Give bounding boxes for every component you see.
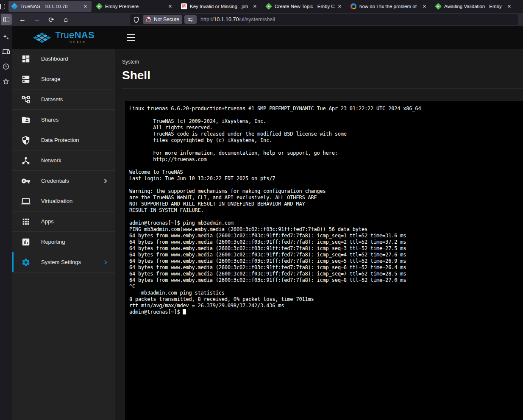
tab-close-icon[interactable]: ✕ xyxy=(421,3,428,10)
sidebar-item-label: Virtualization xyxy=(41,198,72,204)
credentials-icon xyxy=(21,176,31,186)
sidebar-item-datasets[interactable]: Datasets xyxy=(12,89,115,110)
tracking-shield-icon[interactable] xyxy=(133,17,139,23)
sidebar-toggle-icon xyxy=(3,17,9,22)
terminal-line: All rights reserved. xyxy=(129,125,520,131)
terminal-cursor xyxy=(183,309,186,314)
terminal-line: Last login: Tue Jun 10 13:20:22 EDT 2025… xyxy=(129,175,520,182)
terminal-line: 64 bytes from www.emby.media (2600:3c02:… xyxy=(129,252,520,258)
forward-button[interactable]: → xyxy=(31,14,42,25)
terminal-line: For more information, documentation, hel… xyxy=(129,150,520,156)
permissions-icon xyxy=(187,17,194,23)
sidebar-item-shares[interactable]: Shares xyxy=(12,110,115,130)
terminal-output: Linux truenas 6.6.20-production+truenas … xyxy=(129,106,520,309)
sidebar-item-label: Credentials xyxy=(41,178,69,184)
terminal-line: Warning: the supported mechanisms for ma… xyxy=(129,188,520,195)
page-content: System Shell Linux truenas 6.6.20-produc… xyxy=(115,49,523,420)
synced-tabs-icon[interactable] xyxy=(2,48,10,56)
browser-tab[interactable]: Emby Premiere ✕ xyxy=(93,1,176,12)
chevron-right-icon xyxy=(101,258,110,267)
sidebar-item-network[interactable]: Network xyxy=(12,150,115,171)
history-icon[interactable] xyxy=(2,63,10,70)
google-favicon-icon xyxy=(351,3,356,9)
not-secure-label: Not Secure xyxy=(154,17,179,22)
terminal-line xyxy=(129,112,520,118)
terminal-line xyxy=(129,144,520,150)
truenas-logo xyxy=(32,30,52,46)
emby-favicon-icon xyxy=(435,3,442,10)
tab-title: Key Invalid or Missing - joh xyxy=(190,4,250,9)
not-secure-badge[interactable]: Not Secure xyxy=(143,15,182,24)
terminal-line: TrueNAS (c) 2009-2024, iXsystems, Inc. xyxy=(129,118,520,125)
tab-title: how do I fix the problem of xyxy=(359,4,420,9)
terminal-line: 64 bytes from www.emby.media (2600:3c02:… xyxy=(129,258,520,264)
sidebar-item-dashboard[interactable]: Dashboard xyxy=(12,49,115,69)
sidebar-item-label: System Settings xyxy=(41,259,81,265)
hamburger-icon xyxy=(127,34,135,36)
ai-chat-icon[interactable] xyxy=(2,33,10,41)
browser-toolbar: ← → ⟳ ⌂ Not Secure http://10.1.10.70/ui/… xyxy=(0,13,523,26)
terminal-prompt-line: admin@truenas[~]$ xyxy=(129,309,520,315)
url-text: http://10.1.10.70/ui/system/shell xyxy=(200,17,275,22)
app-sidebar: Dashboard Storage Datasets Shares Data P… xyxy=(12,49,115,420)
brand-name: TrueNAS xyxy=(55,31,95,39)
sidebar-item-reporting[interactable]: Reporting xyxy=(12,232,115,252)
terminal-line: Linux truenas 6.6.20-production+truenas … xyxy=(129,106,520,112)
terminal-line: NOT SUPPORTED AND WILL RESULT IN UNDEFIN… xyxy=(129,201,520,207)
address-bar[interactable]: Not Secure http://10.1.10.70/ui/system/s… xyxy=(130,14,518,25)
tab-close-icon[interactable]: ✕ xyxy=(82,3,89,10)
terminal-line: ^C xyxy=(129,284,520,290)
tab-strip: TrueNAS - 10.1.10.70 ✕ Emby Premiere ✕ M… xyxy=(8,0,517,13)
terminal-line: --- mb3admin.com ping statistics --- xyxy=(129,290,520,296)
browser-tab[interactable]: how do I fix the problem of ✕ xyxy=(348,1,431,12)
home-icon: ⌂ xyxy=(64,16,68,23)
menu-toggle-button[interactable] xyxy=(125,33,137,43)
reload-button[interactable]: ⟳ xyxy=(46,14,57,25)
sidebar-toggle-button[interactable] xyxy=(1,14,12,25)
terminal-line: admin@truenas[~]$ ping mb3admin.com xyxy=(129,220,520,226)
sidebar-item-label: Reporting xyxy=(41,239,65,245)
broken-lock-icon xyxy=(146,17,151,22)
tab-close-icon[interactable]: ✕ xyxy=(167,3,173,10)
tab-close-icon[interactable]: ✕ xyxy=(506,3,512,10)
tab-title: Create New Topic - Emby C xyxy=(275,4,335,9)
browser-tab[interactable]: Awaiting Validation - Emby ✕ xyxy=(432,1,515,12)
sidebar-item-data-protection[interactable]: Data Protection xyxy=(12,130,115,150)
terminal-line xyxy=(129,163,520,169)
sidebar-item-storage[interactable]: Storage xyxy=(12,69,115,89)
dashboard-icon xyxy=(21,54,31,64)
page-title: Shell xyxy=(122,69,523,82)
terminal-line: 64 bytes from www.emby.media (2600:3c02:… xyxy=(129,233,520,239)
tab-close-icon[interactable]: ✕ xyxy=(337,3,343,10)
reload-icon: ⟳ xyxy=(48,16,54,24)
browser-tab[interactable]: TrueNAS - 10.1.10.70 ✕ xyxy=(8,1,92,12)
back-button[interactable]: ← xyxy=(17,14,28,25)
system-settings-icon xyxy=(21,258,31,267)
breadcrumb: System xyxy=(122,59,523,65)
bookmarks-icon[interactable] xyxy=(2,78,10,85)
home-button[interactable]: ⌂ xyxy=(60,14,71,25)
virtualization-icon xyxy=(21,197,31,206)
browser-tab[interactable]: Create New Topic - Emby C ✕ xyxy=(263,1,346,12)
chevron-right-icon xyxy=(101,177,110,185)
sidebar-item-virtualization[interactable]: Virtualization xyxy=(12,191,115,211)
sidebar-item-credentials[interactable]: Credentials xyxy=(12,171,115,191)
terminal-prompt: admin@truenas[~]$ xyxy=(129,309,183,315)
sidebar-item-label: Dashboard xyxy=(41,56,68,62)
sidebar-item-apps[interactable]: Apps xyxy=(12,211,115,232)
window-panel-icon[interactable] xyxy=(0,4,5,9)
sidebar-item-system-settings[interactable]: System Settings xyxy=(12,252,115,273)
network-icon xyxy=(21,156,31,165)
tab-close-icon[interactable]: ✕ xyxy=(252,3,258,10)
browser-tab-bar: TrueNAS - 10.1.10.70 ✕ Emby Premiere ✕ M… xyxy=(0,0,523,13)
terminal-line: TrueNAS code is released under the modif… xyxy=(129,131,520,137)
url-path: /ui/system/shell xyxy=(239,17,275,22)
gmail-favicon-icon: M xyxy=(181,3,187,9)
sidebar-item-label: Datasets xyxy=(41,96,63,103)
browser-tab[interactable]: M Key Invalid or Missing - joh ✕ xyxy=(178,1,261,12)
back-icon: ← xyxy=(19,16,26,23)
terminal-line: 64 bytes from www.emby.media (2600:3c02:… xyxy=(129,264,520,271)
terminal-line: 64 bytes from www.emby.media (2600:3c02:… xyxy=(129,245,520,252)
shell-terminal[interactable]: Linux truenas 6.6.20-production+truenas … xyxy=(125,101,523,420)
permissions-button[interactable] xyxy=(184,15,197,24)
